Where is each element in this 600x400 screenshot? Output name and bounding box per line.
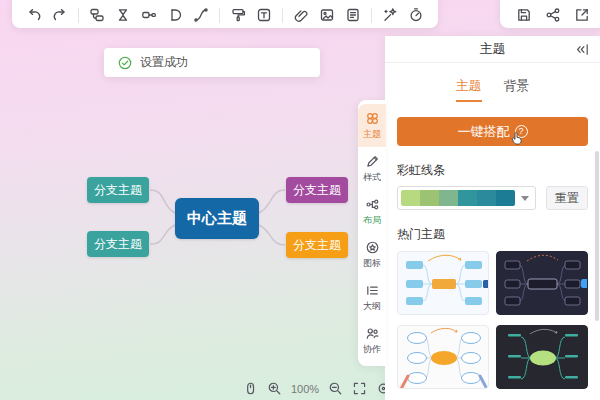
outline-icon [365, 283, 380, 298]
theme-thumbnail-dark-green[interactable] [496, 325, 588, 389]
rainbow-gradient-select[interactable] [397, 186, 536, 210]
panel-tabs: 主题 背景 [385, 63, 600, 108]
mindmap-branch-node[interactable]: 分支主题 [286, 232, 348, 258]
toolbar-divider [282, 8, 283, 23]
app-canvas: 中心主题 分支主题 分支主题 分支主题 分支主题 设置成功 [0, 0, 600, 400]
chevron-down-icon [521, 196, 529, 201]
insert-sibling-topic-icon[interactable] [89, 7, 105, 23]
strip-item-layout[interactable]: 布局 [358, 190, 386, 233]
mindmap-center-node[interactable]: 中心主题 [175, 198, 259, 239]
main-toolbar [12, 0, 438, 28]
panel-scrollbar[interactable] [595, 151, 599, 321]
theme-thumbnail-hand-drawn-light[interactable] [397, 325, 489, 389]
ai-beautify-icon[interactable] [382, 7, 398, 23]
one-click-match-button[interactable]: 一键搭配 ? [397, 117, 588, 146]
mindmap-branch-node[interactable]: 分支主题 [286, 177, 348, 203]
undo-icon[interactable] [26, 7, 42, 23]
zoom-level[interactable]: 100% [291, 383, 319, 395]
insert-image-icon[interactable] [319, 7, 335, 23]
zoom-out-icon[interactable] [328, 381, 343, 396]
export-icon[interactable] [574, 7, 590, 23]
insert-child-topic-icon[interactable] [141, 7, 157, 23]
layout-icon [365, 197, 380, 212]
tab-background[interactable]: 背景 [504, 77, 530, 102]
icons-icon [365, 240, 380, 255]
panel-header: 主题 [385, 36, 600, 63]
relationship-icon[interactable] [167, 7, 183, 23]
mindmap-branch-node[interactable]: 分支主题 [87, 231, 149, 257]
popular-themes-grid [397, 251, 588, 389]
strip-item-collaboration[interactable]: 协作 [358, 319, 386, 362]
toast-success: 设置成功 [104, 48, 320, 77]
theme-thumbnail-blue-light[interactable] [397, 251, 489, 315]
theme-thumbnail-dark-navy[interactable] [496, 251, 588, 315]
text-box-icon[interactable] [256, 7, 272, 23]
mindmap-branch-node[interactable]: 分支主题 [87, 177, 149, 203]
relation-line-icon[interactable] [193, 7, 209, 23]
rainbow-lines-label: 彩虹线条 [397, 162, 588, 179]
popular-themes-label: 热门主题 [397, 226, 588, 243]
summary-icon[interactable] [115, 7, 131, 23]
save-icon[interactable] [516, 7, 532, 23]
zoom-in-icon[interactable] [267, 381, 282, 396]
drag-mode-icon[interactable] [243, 381, 258, 396]
collapse-panel-icon[interactable] [575, 42, 590, 57]
rainbow-gradient-swatch [401, 190, 515, 206]
theme-panel: 主题 主题 背景 一键搭配 ? 彩虹线条 [385, 36, 600, 400]
toolbar-divider [78, 8, 79, 23]
mouse-cursor-hand [509, 131, 525, 147]
one-click-match-label: 一键搭配 [458, 123, 510, 141]
reset-button[interactable]: 重置 [546, 186, 588, 210]
strip-item-outline[interactable]: 大纲 [358, 276, 386, 319]
tab-theme[interactable]: 主题 [456, 77, 482, 102]
strip-item-theme[interactable]: 主题 [358, 104, 386, 147]
note-icon[interactable] [345, 7, 361, 23]
check-circle-icon [118, 56, 132, 70]
strip-item-icons[interactable]: 图标 [358, 233, 386, 276]
format-painter-icon[interactable] [230, 7, 246, 23]
toolbar-divider [219, 8, 220, 23]
rainbow-row: 重置 [397, 186, 588, 210]
attachment-icon[interactable] [293, 7, 309, 23]
theme-icon [365, 111, 380, 126]
redo-icon[interactable] [52, 7, 68, 23]
share-icon[interactable] [545, 7, 561, 23]
presentation-timer-icon[interactable] [408, 7, 424, 23]
toolbar-divider [371, 8, 372, 23]
side-strip: 主题 样式 布局 图标 大纲 [358, 100, 386, 366]
panel-title: 主题 [480, 40, 506, 58]
strip-item-style[interactable]: 样式 [358, 147, 386, 190]
toast-text: 设置成功 [140, 54, 188, 71]
fit-screen-icon[interactable] [352, 381, 367, 396]
collaboration-icon [365, 326, 380, 341]
style-icon [365, 154, 380, 169]
file-toolbar [500, 0, 600, 28]
